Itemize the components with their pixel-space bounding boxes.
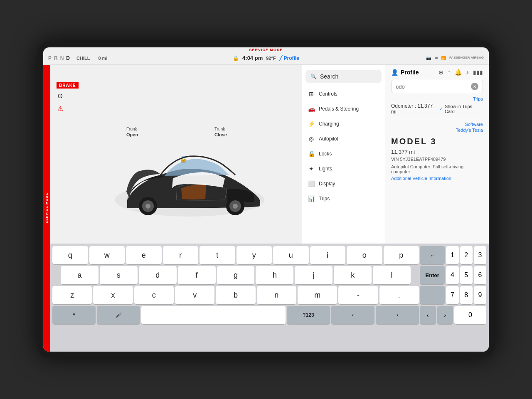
key-1[interactable]: 1 [446, 246, 458, 264]
left-chevron-key[interactable]: ‹ [420, 306, 436, 324]
symbols-key[interactable]: ?123 [287, 306, 330, 324]
key-8[interactable]: 8 [460, 286, 473, 304]
profile-title-text: Profile [401, 69, 419, 76]
key-u[interactable]: u [273, 246, 309, 264]
key-0[interactable]: 0 [454, 306, 486, 324]
bell-icon[interactable]: 🔔 [455, 69, 462, 76]
key-d[interactable]: d [139, 266, 177, 284]
enter-key[interactable]: Enter [420, 266, 445, 284]
signal-icon: 📶 [441, 56, 446, 60]
key-z[interactable]: z [52, 286, 92, 304]
menu-item-pedals[interactable]: 🚗 Pedals & Steering [302, 101, 385, 116]
backspace-key[interactable]: ← [420, 246, 445, 264]
menu-label-lights: Lights [319, 166, 332, 172]
menu-item-locks[interactable]: 🔒 Locks [302, 146, 385, 161]
search-input-value: odo [396, 84, 471, 90]
menu-item-controls[interactable]: ⊞ Controls [302, 86, 385, 101]
lights-icon: ✦ [308, 165, 315, 172]
left-arrow-key[interactable]: ‹ [331, 306, 374, 324]
software-sub-link[interactable]: Teddy's Tesla [391, 128, 483, 133]
key-5[interactable]: 5 [460, 266, 473, 284]
key-e[interactable]: e [126, 246, 162, 264]
autopilot-info: Autopilot Computer: Full self-driving co… [391, 164, 483, 174]
search-box[interactable]: 🔍 Search [305, 70, 382, 83]
key-f[interactable]: f [178, 266, 216, 284]
model-name: MODEL 3 [391, 137, 483, 146]
volume-icon[interactable]: ♪ [466, 69, 469, 76]
vehicle-vin: VIN 5YJ3E1EA7PF489479 [391, 157, 483, 162]
add-profile-icon[interactable]: ⊕ [438, 69, 443, 76]
key-x[interactable]: x [93, 286, 133, 304]
key-dot[interactable]: . [379, 286, 419, 304]
keyboard-row-bottom: ^ 🎤 ?123 ‹ › [52, 306, 419, 324]
key-2[interactable]: 2 [460, 246, 473, 264]
wifi-icon: ≋ [434, 56, 438, 60]
space-key[interactable] [141, 306, 286, 324]
gear-n: N [60, 55, 64, 61]
profile-header: 👤 Profile ⊕ ↑ 🔔 ♪ ▮▮▮ [391, 69, 483, 76]
profile-search-input[interactable]: odo ✕ [391, 80, 483, 93]
key-q[interactable]: q [52, 246, 88, 264]
profile-label: Profile [284, 55, 299, 61]
key-c[interactable]: c [134, 286, 174, 304]
show-trips-card[interactable]: ✓ Show in Trips Card [439, 104, 483, 114]
menu-item-display[interactable]: ⬜ Display [302, 176, 385, 191]
divider-1 [391, 119, 483, 119]
key-6[interactable]: 6 [474, 266, 486, 284]
key-o[interactable]: o [347, 246, 382, 264]
clear-search-button[interactable]: ✕ [471, 83, 478, 90]
key-b[interactable]: b [216, 286, 255, 304]
svg-point-6 [233, 204, 238, 209]
numpad-row-1: ← 1 2 3 [420, 246, 486, 264]
key-s[interactable]: s [100, 266, 138, 284]
key-j[interactable]: j [295, 266, 332, 284]
menu-item-charging[interactable]: ⚡ Charging [302, 116, 385, 131]
airbag-status: PASSENGER AIRBAG [449, 56, 484, 60]
temperature: 92°F [266, 56, 276, 61]
profile-status[interactable]: ╱ Profile [279, 55, 299, 61]
menu-item-lights[interactable]: ✦ Lights [302, 161, 385, 176]
key-l[interactable]: l [373, 266, 411, 284]
left-panel: BRAKE ⊙ ⚠ Frunk Open Trunk Close 🔓 [57, 65, 302, 244]
key-g[interactable]: g [217, 266, 255, 284]
menu-item-trips[interactable]: 📊 Trips [302, 191, 385, 206]
key-dash[interactable]: - [338, 286, 378, 304]
right-arrow-key[interactable]: › [376, 306, 419, 324]
trips-link[interactable]: Trips [391, 96, 483, 101]
checkbox-icon: ✓ [439, 106, 443, 112]
shift-key[interactable]: ^ [52, 306, 96, 324]
numpad-row-2: Enter 4 5 6 [420, 266, 486, 284]
menu-panel: 🔍 Search ⊞ Controls 🚗 Pedals & Steering … [302, 65, 385, 244]
key-t[interactable]: t [200, 246, 235, 264]
key-i[interactable]: i [310, 246, 346, 264]
key-p[interactable]: p [384, 246, 419, 264]
key-h[interactable]: h [256, 266, 293, 284]
right-chevron-key[interactable]: › [437, 306, 453, 324]
key-k[interactable]: k [334, 266, 372, 284]
gear-r: R [54, 55, 58, 61]
frunk-title: Frunk [126, 126, 138, 132]
odometer-row: Odometer : 11,377 mi ✓ Show in Trips Car… [391, 103, 483, 115]
upload-icon[interactable]: ↑ [448, 69, 451, 76]
keyboard: q w e r t y u i o p a s d f g [50, 244, 489, 352]
key-r[interactable]: r [163, 246, 199, 264]
charging-menu-icon: ⚡ [308, 121, 315, 127]
additional-vehicle-info-link[interactable]: Additional Vehicle Information [391, 176, 483, 181]
gear-d: D [66, 55, 70, 61]
mic-key[interactable]: 🎤 [97, 306, 140, 324]
key-a[interactable]: a [61, 266, 99, 284]
key-m[interactable]: m [298, 286, 337, 304]
key-7[interactable]: 7 [446, 286, 458, 304]
key-v[interactable]: v [175, 286, 214, 304]
warning-icons: ⊙ ⚠ [57, 92, 63, 113]
key-n[interactable]: n [257, 286, 296, 304]
key-y[interactable]: y [236, 246, 272, 264]
key-9[interactable]: 9 [474, 286, 486, 304]
prnd-indicator: P R N D [48, 55, 70, 61]
key-3[interactable]: 3 [474, 246, 486, 264]
key-4[interactable]: 4 [446, 266, 458, 284]
menu-label-trips: Trips [319, 196, 330, 202]
software-link[interactable]: Software [391, 122, 483, 127]
menu-item-autopilot[interactable]: ◎ Autopilot [302, 131, 385, 146]
key-w[interactable]: w [89, 246, 125, 264]
